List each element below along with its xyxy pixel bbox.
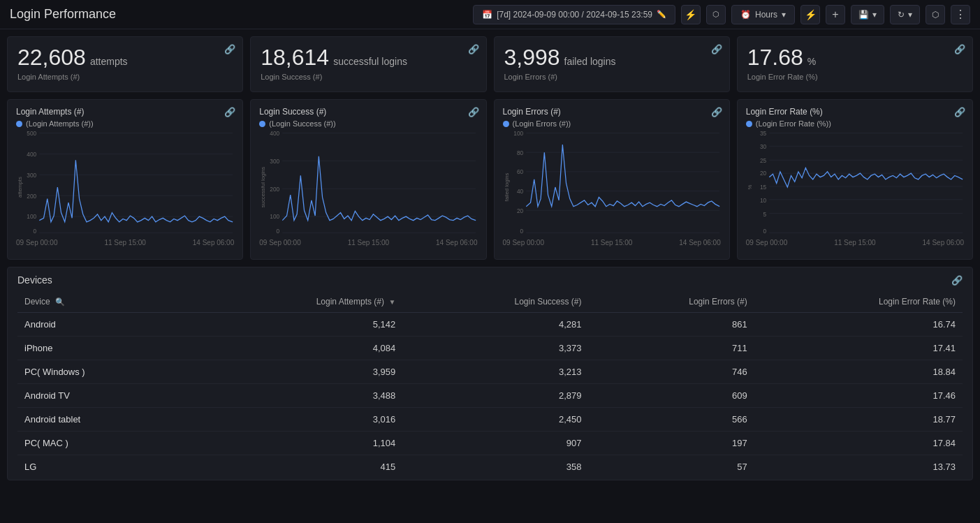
more-button[interactable]: ⋮ [951, 5, 970, 24]
add-panel-button[interactable]: + [826, 5, 845, 24]
chart-x-labels-2: 09 Sep 00:00 11 Sep 15:00 14 Sep 06:00 [503, 239, 721, 246]
share-icon: ⬡ [712, 10, 719, 19]
devices-link-icon[interactable]: 🔗 [951, 275, 963, 286]
table-row: iPhone 4,084 3,373 711 17.41 [17, 337, 963, 360]
attempts-cell: 415 [189, 455, 403, 473]
chart-svg-0: 500 400 300 200 100 0 attempts [16, 129, 234, 237]
chart-legend-1: (Login Success (#)) [259, 119, 477, 128]
more-icon: ⋮ [955, 8, 966, 21]
chart-x-labels-3: 09 Sep 00:00 11 Sep 15:00 14 Sep 06:00 [746, 239, 964, 246]
chart-area-3: 35 30 25 20 15 10 5 0 % [746, 129, 964, 237]
svg-text:100: 100 [513, 130, 523, 137]
errors-cell: 197 [589, 432, 754, 455]
legend-label-2: (Login Errors (#)) [513, 119, 571, 128]
interval-button[interactable]: ⏰ Hours ▾ [731, 5, 795, 24]
filter2-button[interactable]: ⚡ [800, 5, 820, 24]
date-range-button[interactable]: 📅 [7d] 2024-09-09 00:00 / 2024-09-15 23:… [473, 5, 675, 24]
save-button[interactable]: 💾 ▾ [851, 5, 884, 24]
stat-number-0: 22,608attempts [17, 45, 233, 70]
device-name-cell: LG [17, 455, 189, 473]
legend-dot-0 [16, 121, 22, 127]
link-icon-0[interactable]: 🔗 [224, 44, 235, 54]
refresh-button[interactable]: ↻ ▾ [890, 5, 920, 24]
svg-text:40: 40 [516, 188, 522, 195]
chart-link-icon-2[interactable]: 🔗 [711, 107, 722, 117]
svg-text:300: 300 [270, 157, 280, 164]
device-search-icon[interactable]: 🔍 [55, 297, 65, 306]
chart-svg-3: 35 30 25 20 15 10 5 0 % [746, 129, 964, 237]
errors-cell: 746 [589, 360, 754, 384]
chart-link-icon-1[interactable]: 🔗 [468, 107, 479, 117]
svg-text:80: 80 [516, 149, 522, 156]
interval-label: Hours [755, 10, 777, 20]
rate-cell: 17.41 [754, 337, 963, 360]
col-header-success[interactable]: Login Success (#) [402, 291, 588, 313]
link-icon-3[interactable]: 🔗 [954, 44, 965, 54]
link-icon-1[interactable]: 🔗 [468, 44, 479, 54]
page-title: Login Performance [10, 7, 116, 22]
chart-link-icon-0[interactable]: 🔗 [224, 107, 235, 117]
save-icon: 💾 [858, 10, 869, 20]
success-cell: 3,373 [402, 337, 588, 360]
svg-text:30: 30 [760, 142, 766, 149]
filter-button[interactable]: ⚡ [681, 5, 701, 24]
legend-label-0: (Login Attempts (#)) [26, 119, 94, 128]
device-name-cell: PC( MAC ) [17, 432, 189, 455]
svg-text:200: 200 [270, 185, 280, 192]
svg-text:10: 10 [760, 197, 766, 204]
device-name-cell: Android TV [17, 384, 189, 408]
table-row: Android TV 3,488 2,879 609 17.46 [17, 384, 963, 408]
chart-link-icon-3[interactable]: 🔗 [954, 107, 965, 117]
device-name-cell: PC( Windows ) [17, 360, 189, 384]
svg-text:400: 400 [27, 151, 36, 158]
svg-text:0: 0 [763, 228, 766, 235]
success-cell: 3,213 [402, 360, 588, 384]
device-name-cell: Android tablet [17, 408, 189, 432]
device-name-cell: iPhone [17, 337, 189, 360]
legend-dot-3 [746, 121, 752, 127]
rate-cell: 17.46 [754, 384, 963, 408]
col-header-rate[interactable]: Login Error Rate (%) [754, 291, 963, 313]
errors-cell: 57 [589, 455, 754, 473]
stat-number-1: 18,614successful logins [261, 45, 476, 70]
calendar-icon: 📅 [482, 10, 492, 20]
devices-table-scroll[interactable]: Device 🔍 Login Attempts (#) ▼ Login Succ… [17, 291, 963, 473]
chart-title-1: Login Success (#) [259, 107, 477, 117]
col-header-errors[interactable]: Login Errors (#) [589, 291, 754, 313]
share2-button[interactable]: ⬡ [926, 5, 945, 24]
errors-cell: 566 [589, 408, 754, 432]
svg-text:500: 500 [27, 130, 36, 137]
chart-legend-2: (Login Errors (#)) [503, 119, 721, 128]
device-name-cell: Android [17, 313, 189, 337]
svg-text:successful logins: successful logins [261, 167, 267, 208]
share-button[interactable]: ⬡ [706, 5, 726, 24]
chart-card-success: 🔗 Login Success (#) (Login Success (#)) … [250, 99, 486, 260]
svg-text:failed logins: failed logins [504, 172, 510, 201]
chart-x-labels-0: 09 Sep 00:00 11 Sep 15:00 14 Sep 06:00 [16, 239, 234, 246]
col-header-device[interactable]: Device 🔍 [17, 291, 189, 313]
refresh-icon: ↻ [898, 10, 905, 20]
table-header: Device 🔍 Login Attempts (#) ▼ Login Succ… [17, 291, 963, 313]
stat-label-2: Login Errors (#) [504, 73, 719, 81]
stat-card-error-rate: 🔗 17.68% Login Error Rate (%) [737, 36, 973, 92]
main-content: 🔗 22,608attempts Login Attempts (#) 🔗 18… [0, 29, 980, 487]
legend-dot-2 [503, 121, 509, 127]
chart-svg-1: 400 300 200 100 0 successful logins [259, 129, 477, 237]
svg-text:60: 60 [516, 168, 522, 175]
clock-icon: ⏰ [740, 10, 751, 20]
chevron-down-icon2: ▾ [872, 10, 877, 20]
stat-number-3: 17.68% [747, 45, 963, 70]
link-icon-2[interactable]: 🔗 [711, 44, 722, 54]
attempts-cell: 3,016 [189, 408, 403, 432]
col-header-attempts[interactable]: Login Attempts (#) ▼ [189, 291, 403, 313]
chart-card-errors: 🔗 Login Errors (#) (Login Errors (#)) 10… [494, 99, 730, 260]
chart-svg-2: 100 80 60 40 20 0 failed logins [503, 129, 721, 237]
success-cell: 358 [402, 455, 588, 473]
stat-label-1: Login Success (#) [261, 73, 476, 81]
table-row: Android tablet 3,016 2,450 566 18.77 [17, 408, 963, 432]
stat-card-attempts: 🔗 22,608attempts Login Attempts (#) [7, 36, 243, 92]
success-cell: 2,879 [402, 384, 588, 408]
attempts-cell: 3,959 [189, 360, 403, 384]
date-range-label: [7d] 2024-09-09 00:00 / 2024-09-15 23:59 [497, 10, 652, 20]
rate-cell: 16.74 [754, 313, 963, 337]
